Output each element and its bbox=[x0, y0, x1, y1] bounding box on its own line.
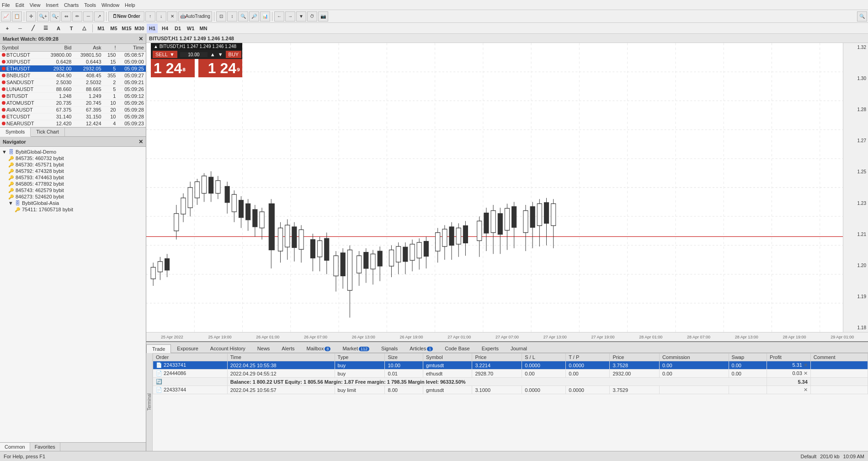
zoom-chart-out[interactable]: 🔎 bbox=[249, 11, 259, 21]
term-tab-news[interactable]: News bbox=[251, 344, 276, 353]
zoom-out-btn[interactable]: 🔍- bbox=[50, 11, 60, 21]
period-sep-btn[interactable]: ↕ bbox=[227, 11, 237, 21]
nav-account-item[interactable]: 🔑845793: 474463 bybit bbox=[2, 174, 144, 181]
term-tab-alerts[interactable]: Alerts bbox=[276, 344, 300, 353]
close-pending-btn[interactable]: ✕ bbox=[804, 387, 808, 392]
menu-charts[interactable]: Charts bbox=[64, 2, 79, 8]
new-order-button[interactable]: 🗒 New Order bbox=[108, 11, 144, 21]
term-tab-articles[interactable]: Articles1 bbox=[404, 344, 439, 353]
nav-account-item[interactable]: 🔑845805: 477892 bybit bbox=[2, 181, 144, 187]
lot-input[interactable] bbox=[180, 52, 208, 57]
mw-row[interactable]: LUNAUSDT 88.660 88.665 5 05:09:26 bbox=[0, 86, 146, 93]
tf-h4[interactable]: H4 bbox=[160, 24, 170, 33]
nav-account-item[interactable]: 🔑845743: 462579 bybit bbox=[2, 187, 144, 193]
nav-root-bybit-demo[interactable]: ▼ 🗄 BybitGlobal-Demo bbox=[2, 149, 144, 155]
tf-w1[interactable]: W1 bbox=[185, 24, 196, 33]
term-tab-journal[interactable]: Journal bbox=[505, 344, 533, 353]
zoom-in-btn[interactable]: 🔍+ bbox=[37, 11, 49, 21]
buy-btn[interactable]: ↑ bbox=[145, 11, 155, 21]
order-row[interactable]: 📄 22433741 2022.04.25 10:55:38 buy 10.00… bbox=[153, 361, 868, 370]
term-tab-mailbox[interactable]: Mailbox8 bbox=[300, 344, 336, 353]
order-row[interactable]: 📄 22433744 2022.04.25 10:56:57 buy limit… bbox=[153, 386, 868, 394]
order-row[interactable]: 🔄 Balance: 1 800.22 UST Equity: 1 805.56… bbox=[153, 378, 868, 386]
close-btn[interactable]: ✕ bbox=[167, 11, 177, 21]
new-chart-btn[interactable]: 📈 bbox=[1, 11, 11, 21]
line-tool[interactable]: ─ bbox=[15, 24, 26, 33]
col-time[interactable]: Time bbox=[227, 354, 335, 361]
mw-row[interactable]: BTCUSDT 39800.00 39801.50 150 05:08:57 bbox=[0, 52, 146, 59]
mw-row[interactable]: BITUSDT 1.248 1.249 1 05:09:12 bbox=[0, 93, 146, 100]
menu-help[interactable]: Help bbox=[125, 2, 135, 8]
nav-account-item[interactable]: 🔑845792: 474328 bybit bbox=[2, 168, 144, 174]
tf-m15[interactable]: M15 bbox=[121, 24, 132, 33]
mw-row[interactable]: SANDUSDT 2.5030 2.5032 2 05:09:21 bbox=[0, 79, 146, 86]
mw-row[interactable]: AVAXUSDT 67.375 67.395 20 05:09:28 bbox=[0, 107, 146, 113]
terminal-content[interactable]: Order Time Type Size Symbol Price S / L … bbox=[153, 353, 868, 451]
mw-tab-tick[interactable]: Tick Chart bbox=[31, 128, 65, 136]
term-tab-trade[interactable]: Trade bbox=[146, 344, 171, 353]
sell-btn[interactable]: ↓ bbox=[156, 11, 166, 21]
mw-row[interactable]: ETCUSDT 31.140 31.150 10 05:09:28 bbox=[0, 113, 146, 120]
crosshair-tool[interactable]: + bbox=[2, 24, 13, 33]
nav-account-item-asia[interactable]: 🔑75411: 17605718 bybit bbox=[2, 206, 144, 213]
col-sl[interactable]: S / L bbox=[522, 354, 566, 361]
navigator-close[interactable]: ✕ bbox=[138, 139, 143, 145]
term-tab-exposure[interactable]: Exposure bbox=[171, 344, 204, 353]
timer-btn[interactable]: ⏱ bbox=[307, 11, 317, 21]
buy-button[interactable]: BUY bbox=[226, 51, 242, 58]
nav-account-item[interactable]: 🔑845730: 457571 bybit bbox=[2, 161, 144, 168]
indicators-btn[interactable]: 📊 bbox=[260, 11, 270, 21]
channel-tool[interactable]: ☰ bbox=[40, 24, 51, 33]
col-type[interactable]: Type bbox=[335, 354, 385, 361]
chart-shift-btn[interactable]: ⊡ bbox=[216, 11, 226, 21]
mw-row[interactable]: ETHUSDT 2932.00 2932.05 5 05:09:25 bbox=[0, 65, 146, 72]
sell-button[interactable]: SELL ▼ bbox=[153, 51, 177, 58]
menu-edit[interactable]: Edit bbox=[16, 2, 24, 8]
tf-mn[interactable]: MN bbox=[198, 24, 209, 33]
chart-canvas[interactable]: 1.32 1.30 1.28 1.27 1.25 1.23 1.21 1.20 … bbox=[146, 43, 868, 332]
screenshot-btn[interactable]: 📷 bbox=[318, 11, 328, 21]
col-swap[interactable]: Swap bbox=[729, 354, 767, 361]
menu-window[interactable]: Window bbox=[101, 2, 119, 8]
navigator-tree[interactable]: ▼ 🗄 BybitGlobal-Demo 🔑845735: 460732 byb… bbox=[0, 147, 146, 442]
hline-btn[interactable]: ─ bbox=[83, 11, 93, 21]
menu-file[interactable]: File bbox=[2, 2, 10, 8]
term-tab-experts[interactable]: Experts bbox=[476, 344, 505, 353]
nav-tab-favorites[interactable]: Favorites bbox=[30, 443, 60, 451]
col-commission[interactable]: Commission bbox=[660, 354, 729, 361]
line-btn[interactable]: ✏ bbox=[72, 11, 82, 21]
col-tp[interactable]: T / P bbox=[566, 354, 610, 361]
profiles-btn[interactable]: ▼ bbox=[296, 11, 306, 21]
forward-btn[interactable]: → bbox=[285, 11, 295, 21]
shape-tool[interactable]: △ bbox=[79, 24, 90, 33]
autotrading-btn[interactable]: 🤖 AutoTrading bbox=[178, 11, 212, 21]
tf-m1[interactable]: M1 bbox=[96, 24, 107, 33]
zoom-chart-in[interactable]: 🔍 bbox=[238, 11, 248, 21]
tf-m30[interactable]: M30 bbox=[134, 24, 145, 33]
col-symbol[interactable]: Symbol bbox=[423, 354, 472, 361]
mw-row[interactable]: ATOMUSDT 20.735 20.745 10 05:09:26 bbox=[0, 100, 146, 107]
lot-up-icon[interactable]: ▲ bbox=[210, 52, 215, 57]
menu-tools[interactable]: Tools bbox=[84, 2, 96, 8]
tf-m5[interactable]: M5 bbox=[108, 24, 119, 33]
close-order-btn[interactable]: ✕ bbox=[804, 370, 808, 376]
col-order[interactable]: Order bbox=[153, 354, 228, 361]
label-tool[interactable]: T bbox=[66, 24, 77, 33]
sell-dropdown-icon[interactable]: ▼ bbox=[170, 52, 175, 57]
col-price2[interactable]: Price bbox=[610, 354, 660, 361]
col-profit[interactable]: Profit bbox=[767, 354, 811, 361]
trendline-tool[interactable]: ╱ bbox=[27, 24, 38, 33]
close-order-btn[interactable]: ✕ bbox=[804, 362, 808, 368]
order-row[interactable]: 📄 22444086 2022.04.29 04:55:12 buy 0.01 … bbox=[153, 370, 868, 378]
crosshair-btn[interactable]: ✛ bbox=[26, 11, 36, 21]
tf-d1[interactable]: D1 bbox=[172, 24, 183, 33]
col-price[interactable]: Price bbox=[472, 354, 522, 361]
menu-insert[interactable]: Insert bbox=[46, 2, 59, 8]
nav-tab-common[interactable]: Common bbox=[0, 443, 30, 451]
back-btn[interactable]: ← bbox=[274, 11, 284, 21]
text-tool[interactable]: A bbox=[53, 24, 64, 33]
mw-row[interactable]: NEARUSDT 12.420 12.424 4 05:09:23 bbox=[0, 120, 146, 127]
term-tab-market[interactable]: Market112 bbox=[336, 344, 375, 353]
market-watch-close[interactable]: ✕ bbox=[138, 36, 143, 42]
nav-root-bybit-asia[interactable]: ▼ 🗄 BybitGlobal-Asia bbox=[2, 200, 144, 206]
